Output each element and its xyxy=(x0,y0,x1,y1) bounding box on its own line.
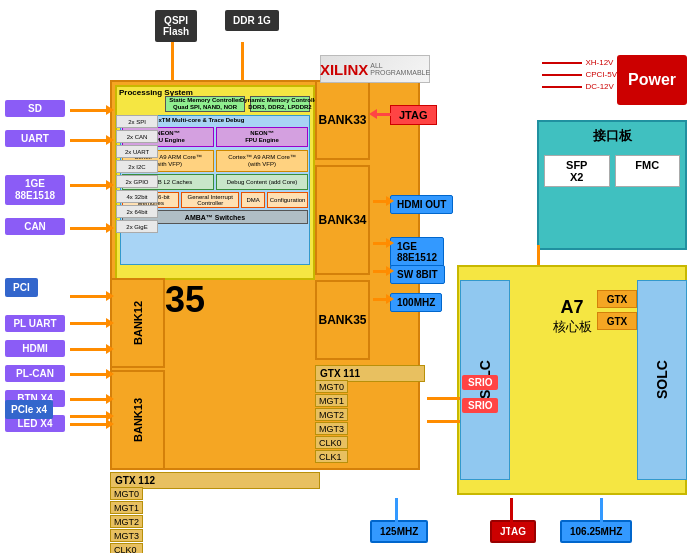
jtag-top-label: JTAG xyxy=(390,105,437,125)
mgt-left-col: MGT0 MGT1 MGT2 MGT3 CLK0 CLK1 xyxy=(110,487,143,553)
mgt-left-clk0: CLK0 xyxy=(110,543,143,553)
mhz100-label: 100MHZ xyxy=(390,293,442,312)
diagram: QSPI Flash DDR 1G ZYNQ 7035 Processing S… xyxy=(0,0,692,553)
hdmi-label: HDMI xyxy=(5,340,65,357)
mgt-left-3: MGT3 xyxy=(110,529,143,542)
mgt-right-1: MGT1 xyxy=(315,394,348,407)
mgt-right-3: MGT3 xyxy=(315,422,348,435)
power-block: Power xyxy=(617,55,687,105)
can-arrow xyxy=(70,227,108,230)
io-spi: 2x SPI xyxy=(116,115,158,128)
qspi-arrow xyxy=(171,42,174,82)
mhz125-v-arrow xyxy=(395,498,398,528)
core-a9-2: Cortex™ A9 ARM Core™(with VFP) xyxy=(216,150,308,172)
srio-2: SRIO xyxy=(462,398,498,413)
can-label: CAN xyxy=(5,218,65,235)
io-i2c: 2x I2C xyxy=(116,160,158,173)
ddr-chip: DDR 1G xyxy=(225,10,279,31)
bank13: BANK13 xyxy=(110,370,165,470)
ge-eth-label: 1GE88E1512 xyxy=(390,237,444,267)
mgt-right-col: MGT0 MGT1 MGT2 MGT3 CLK0 CLK1 xyxy=(315,380,348,463)
io-uart: 2x UART xyxy=(116,145,158,158)
mgt-right-2: MGT2 xyxy=(315,408,348,421)
pluart-arrow xyxy=(70,322,108,325)
sd-label: SD xyxy=(5,100,65,117)
ps-io-col: 2x SPI 2x CAN 2x UART 2x I2C 2x GPIO 4x … xyxy=(116,115,158,233)
bank12: BANK12 xyxy=(110,278,165,368)
pci-arrow xyxy=(70,295,108,298)
sw8bit-arrow xyxy=(373,270,388,273)
jtag-arrow xyxy=(375,113,395,116)
sd-arrow xyxy=(70,109,108,112)
io-32bit: 4x 32bit xyxy=(116,190,158,203)
jtag-v-arrow xyxy=(510,498,513,528)
pl-uart-label: PL UART xyxy=(5,315,65,332)
led-arrow xyxy=(70,423,108,426)
plcan-arrow xyxy=(70,373,108,376)
mgt-left-0: MGT0 xyxy=(110,487,143,500)
mhz106-v-arrow xyxy=(600,498,603,528)
jieboard-a7-arrow xyxy=(537,245,540,265)
bank33: BANK33 xyxy=(315,80,370,160)
mgt-left-1: MGT1 xyxy=(110,501,143,514)
mhz100-arrow xyxy=(373,298,388,301)
btn-arrow xyxy=(70,398,108,401)
mhz125-label: 125MHZ xyxy=(370,520,428,543)
gtx-a7-1: GTX xyxy=(597,290,637,308)
gtx-a7-2: GTX xyxy=(597,312,637,330)
io-gige: 2x GigE xyxy=(116,220,158,233)
mgt-left-2: MGT2 xyxy=(110,515,143,528)
neon-engine-2: NEON™FPU Engine xyxy=(216,127,308,147)
jieboard-inner: SFP X2 FMC xyxy=(539,150,685,192)
pl-can-label: PL-CAN xyxy=(5,365,65,382)
mgt-srio-arrow1 xyxy=(427,397,460,400)
ge1-arrow xyxy=(70,184,108,187)
sw-8bit-label: SW 8BIT xyxy=(390,265,445,284)
xilinx-logo: XILINX ALL PROGRAMMABLE xyxy=(320,55,430,83)
mgt-srio-arrow2 xyxy=(427,420,460,423)
pci-label: PCI xyxy=(5,278,38,297)
hdmi-arrow xyxy=(70,348,108,351)
debug-content: Debug Content (add Core) xyxy=(216,174,308,190)
gic-box: General Interrupt Controller xyxy=(181,192,238,208)
hdmiout-arrow xyxy=(373,200,388,203)
jieboard-block: 接口板 SFP X2 FMC xyxy=(537,120,687,250)
uart-arrow xyxy=(70,139,108,142)
pcie-label: PCIe x4 xyxy=(5,400,53,419)
mgt-right-clk0: CLK0 xyxy=(315,436,348,449)
uart-label: UART xyxy=(5,130,65,147)
ddr-arrow xyxy=(241,42,244,82)
qspi-chip: QSPI Flash xyxy=(155,10,197,42)
jieboard-title: 接口板 xyxy=(539,122,685,150)
fmc-box: FMC xyxy=(615,155,681,187)
hdmi-out-label: HDMI OUT xyxy=(390,195,453,214)
dmc-bar: Dynamic Memory Controller DDR3, DDR2, LP… xyxy=(250,96,310,112)
config-box: Configuration xyxy=(267,192,308,208)
io-gpio: 2x GPIO xyxy=(116,175,158,188)
dma-box: DMA xyxy=(241,192,265,208)
cpci-5v-label: CPCI-5V xyxy=(585,70,617,79)
dc-12v-label: DC-12V xyxy=(585,82,613,91)
smc-bar: Static Memory Controller Quad SPI, NAND,… xyxy=(165,96,245,112)
srio-1: SRIO xyxy=(462,375,498,390)
bank34: BANK34 xyxy=(315,165,370,275)
bank35: BANK35 xyxy=(315,280,370,360)
solc-right: SOLC xyxy=(637,280,687,480)
mgt-right-0: MGT0 xyxy=(315,380,348,393)
ge-eth-arrow xyxy=(373,242,388,245)
io-can: 2x CAN xyxy=(116,130,158,143)
io-64bit: 2x 64bit xyxy=(116,205,158,218)
xh-12v-label: XH-12V xyxy=(585,58,613,67)
sfp-box: SFP X2 xyxy=(544,155,610,187)
power-lines: XH-12V CPCI-5V DC-12V xyxy=(542,58,617,91)
ge1-label: 1GE88E1518 xyxy=(5,175,65,205)
mhz106-label: 106.25MHZ xyxy=(560,520,632,543)
mgt-right-clk1: CLK1 xyxy=(315,450,348,463)
pcie-arrow xyxy=(70,415,108,418)
